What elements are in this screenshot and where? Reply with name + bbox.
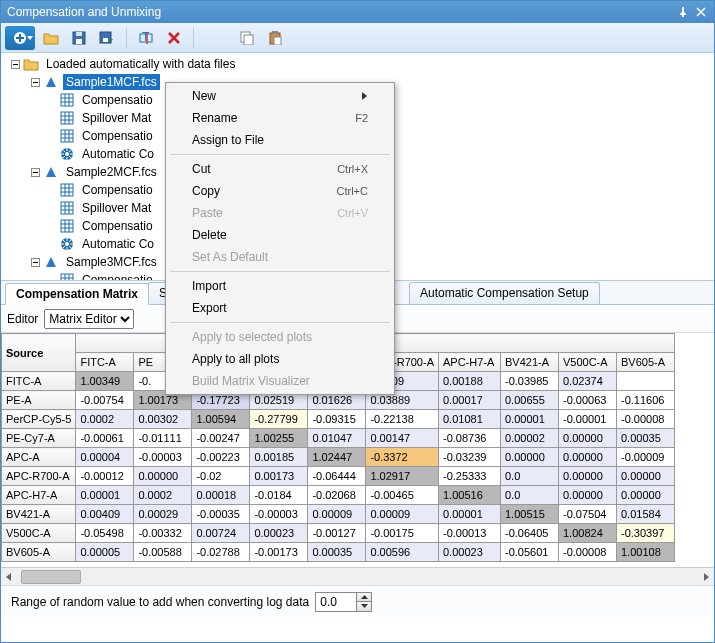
matrix-cell[interactable]: 0.00000 [558,467,616,486]
row-header[interactable]: APC-H7-A [2,486,76,505]
menu-copy[interactable]: CopyCtrl+C [168,180,392,202]
matrix-cell[interactable]: -0.00061 [76,429,134,448]
scroll-thumb[interactable] [21,570,81,584]
matrix-cell[interactable]: 0.00009 [366,505,439,524]
matrix-cell[interactable]: 0.00001 [76,486,134,505]
menu-apply-all[interactable]: Apply to all plots [168,348,392,370]
copy-button[interactable] [235,26,259,50]
scroll-right-icon[interactable] [698,569,714,585]
rename-button[interactable]: T [134,26,158,50]
matrix-cell[interactable]: 0.00000 [558,429,616,448]
matrix-cell[interactable]: 0.00035 [308,543,366,562]
matrix-cell[interactable]: 0.00023 [250,524,308,543]
matrix-cell[interactable]: -0.00754 [76,391,134,410]
matrix-cell[interactable]: 1.00824 [558,524,616,543]
menu-rename[interactable]: RenameF2 [168,107,392,129]
row-header[interactable]: APC-R700-A [2,467,76,486]
matrix-cell[interactable]: -0.00465 [366,486,439,505]
matrix-cell[interactable]: 1.00515 [500,505,558,524]
matrix-cell[interactable]: 0.01081 [438,410,500,429]
row-header[interactable]: PE-A [2,391,76,410]
matrix-cell[interactable]: -0.00175 [366,524,439,543]
matrix-cell[interactable]: -0.00013 [438,524,500,543]
matrix-cell[interactable]: -0.00001 [558,410,616,429]
matrix-cell[interactable]: 0.00596 [366,543,439,562]
matrix-cell[interactable]: -0.00247 [192,429,250,448]
matrix-cell[interactable]: -0.11606 [616,391,674,410]
open-folder-button[interactable] [39,26,63,50]
menu-export[interactable]: Export [168,297,392,319]
matrix-cell[interactable]: -0.00127 [308,524,366,543]
paste-button[interactable] [263,26,287,50]
tab-auto-setup[interactable]: Automatic Compensation Setup [409,282,600,304]
random-range-spinner[interactable] [315,592,372,612]
row-header[interactable]: APC-A [2,448,76,467]
matrix-cell[interactable]: -0.07504 [558,505,616,524]
matrix-cell[interactable]: 0.00188 [438,372,500,391]
matrix-cell[interactable]: 0.00000 [558,486,616,505]
matrix-cell[interactable]: 0.00000 [134,467,192,486]
col-header[interactable]: APC-H7-A [438,353,500,372]
matrix-cell[interactable]: -0.05498 [76,524,134,543]
col-header[interactable]: BV421-A [500,353,558,372]
matrix-cell[interactable] [616,372,674,391]
collapse-icon[interactable] [29,166,41,178]
matrix-cell[interactable]: 0.00147 [366,429,439,448]
delete-button[interactable] [162,26,186,50]
table-row[interactable]: PE-Cy7-A-0.00061-0.01111-0.002471.002550… [2,429,675,448]
close-icon[interactable] [694,5,708,19]
matrix-cell[interactable]: -0.22138 [366,410,439,429]
matrix-cell[interactable]: -0.00223 [192,448,250,467]
matrix-cell[interactable]: -0.00003 [134,448,192,467]
matrix-cell[interactable]: 0.02374 [558,372,616,391]
table-row[interactable]: PerCP-Cy5-50.00020.003021.00594-0.27799-… [2,410,675,429]
spin-down-icon[interactable] [357,602,371,611]
matrix-cell[interactable]: 0.00017 [438,391,500,410]
menu-import[interactable]: Import [168,275,392,297]
menu-cut[interactable]: CutCtrl+X [168,158,392,180]
horizontal-scrollbar[interactable] [1,567,714,585]
matrix-cell[interactable]: -0.02788 [192,543,250,562]
matrix-cell[interactable]: 0.00035 [616,429,674,448]
matrix-cell[interactable]: 0.00004 [76,448,134,467]
collapse-icon[interactable] [9,58,21,70]
matrix-cell[interactable]: 1.02917 [366,467,439,486]
matrix-cell[interactable]: -0.25333 [438,467,500,486]
matrix-cell[interactable]: -0.02 [192,467,250,486]
matrix-cell[interactable]: -0.00008 [616,410,674,429]
table-row[interactable]: APC-H7-A0.000010.00020.00018-0.0184-0.02… [2,486,675,505]
matrix-cell[interactable]: 1.02447 [308,448,366,467]
matrix-cell[interactable]: 0.00000 [500,448,558,467]
col-header[interactable]: V500C-A [558,353,616,372]
matrix-cell[interactable]: 1.00349 [76,372,134,391]
matrix-cell[interactable]: -0.00332 [134,524,192,543]
matrix-cell[interactable]: -0.00008 [558,543,616,562]
tree-root[interactable]: Loaded automatically with data files [1,55,714,73]
matrix-cell[interactable]: -0.05601 [500,543,558,562]
matrix-cell[interactable]: 0.00002 [500,429,558,448]
matrix-cell[interactable]: -0.00009 [616,448,674,467]
matrix-cell[interactable]: 0.0 [500,467,558,486]
scroll-left-icon[interactable] [1,569,17,585]
menu-delete[interactable]: Delete [168,224,392,246]
matrix-cell[interactable]: 0.00173 [250,467,308,486]
row-header[interactable]: PerCP-Cy5-5 [2,410,76,429]
matrix-cell[interactable]: 0.00029 [134,505,192,524]
matrix-cell[interactable]: -0.0184 [250,486,308,505]
matrix-cell[interactable]: 0.00001 [500,410,558,429]
table-row[interactable]: APC-R700-A-0.000120.00000-0.020.00173-0.… [2,467,675,486]
matrix-cell[interactable]: 0.0002 [76,410,134,429]
matrix-cell[interactable]: 0.00185 [250,448,308,467]
matrix-cell[interactable]: 0.00018 [192,486,250,505]
matrix-cell[interactable]: 0.00655 [500,391,558,410]
matrix-cell[interactable]: 0.01584 [616,505,674,524]
matrix-cell[interactable]: -0.06444 [308,467,366,486]
menu-new[interactable]: New [168,85,392,107]
matrix-cell[interactable]: -0.03985 [500,372,558,391]
matrix-cell[interactable]: 0.00009 [308,505,366,524]
matrix-cell[interactable]: -0.27799 [250,410,308,429]
matrix-cell[interactable]: 0.01047 [308,429,366,448]
matrix-cell[interactable]: -0.00173 [250,543,308,562]
matrix-cell[interactable]: 0.0002 [134,486,192,505]
matrix-cell[interactable]: 0.00000 [616,467,674,486]
